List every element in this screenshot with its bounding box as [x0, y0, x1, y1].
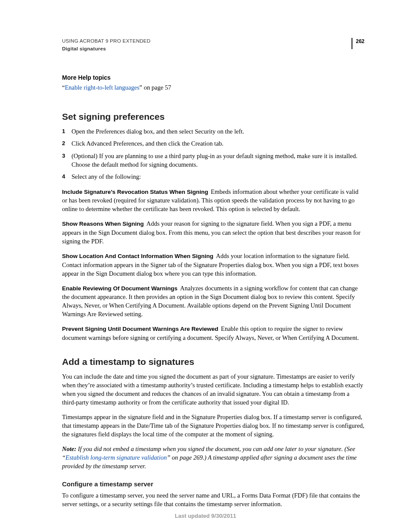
step-item: Select any of the following: [62, 173, 364, 181]
doc-section: Digital signatures [62, 46, 150, 53]
step-item: Open the Preferences dialog box, and the… [62, 128, 364, 136]
page-footer: Last updated 9/30/2011 [0, 512, 411, 520]
body-para: You can include the date and time you si… [62, 372, 364, 407]
definition-para: Show Reasons When SigningAdds your reaso… [62, 219, 364, 246]
definition-para: Prevent Signing Until Document Warnings … [62, 324, 364, 342]
body-para: Timestamps appear in the signature field… [62, 413, 364, 439]
doc-title: USING ACROBAT 9 PRO EXTENDED [62, 38, 150, 45]
heading-set-signing-preferences: Set signing preferences [62, 111, 364, 123]
steps-list: Open the Preferences dialog box, and the… [62, 128, 364, 181]
page-header: USING ACROBAT 9 PRO EXTENDED Digital sig… [62, 38, 364, 52]
header-left: USING ACROBAT 9 PRO EXTENDED Digital sig… [62, 38, 150, 52]
def-term: Include Signature’s Revocation Status Wh… [62, 189, 208, 195]
definition-para: Enable Reviewing Of Document WarningsAna… [62, 284, 364, 319]
definition-para: Show Location And Contact Information Wh… [62, 252, 364, 278]
note-link-validation[interactable]: Establish long-term signature validation [65, 454, 167, 461]
quote-close: ” on page 57 [140, 84, 171, 91]
note-para: Note: If you did not embed a timestamp w… [62, 445, 364, 470]
page-number-wrap: 262 [352, 38, 364, 49]
def-term: Enable Reviewing Of Document Warnings [62, 285, 177, 292]
help-topic-line: “Enable right-to-left languages” on page… [62, 84, 364, 92]
step-item: Click Advanced Preferences, and then cli… [62, 140, 364, 148]
page-content: USING ACROBAT 9 PRO EXTENDED Digital sig… [0, 0, 411, 508]
body-para: To configure a timestamp server, you nee… [62, 491, 364, 508]
section-timestamp: Add a timestamp to signatures You can in… [62, 356, 364, 509]
subheading-configure-timestamp: Configure a timestamp server [62, 480, 364, 488]
step-item: (Optional) If you are planning to use a … [62, 152, 364, 169]
definition-para: Include Signature’s Revocation Status Wh… [62, 187, 364, 214]
page-number: 262 [356, 38, 364, 45]
def-term: Show Reasons When Signing [62, 221, 144, 227]
help-link-rtl[interactable]: Enable right-to-left languages [65, 84, 139, 91]
heading-add-timestamp: Add a timestamp to signatures [62, 356, 364, 368]
def-term: Show Location And Contact Information Wh… [62, 253, 213, 259]
more-help-heading: More Help topics [62, 74, 364, 82]
note-label: Note: [62, 445, 76, 452]
def-term: Prevent Signing Until Document Warnings … [62, 326, 218, 332]
